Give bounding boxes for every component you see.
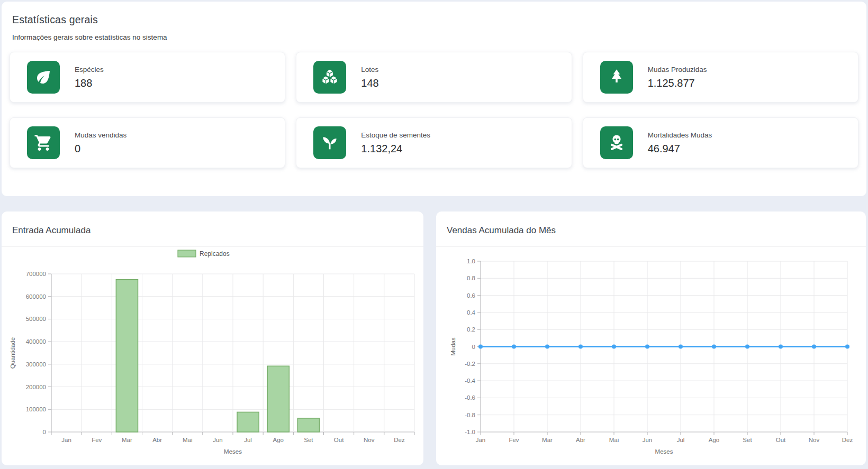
page-subtitle: Informações gerais sobre estatísticas no… bbox=[12, 33, 856, 41]
svg-text:100000: 100000 bbox=[26, 406, 46, 412]
svg-text:Mar: Mar bbox=[542, 437, 553, 443]
svg-text:Mai: Mai bbox=[183, 437, 193, 443]
panel-title: Entrada Acumulada bbox=[12, 225, 91, 236]
entrada-acumulada-chart[interactable]: 0100000200000300000400000500000600000700… bbox=[2, 247, 423, 465]
svg-text:Nov: Nov bbox=[809, 437, 820, 443]
svg-text:Dez: Dez bbox=[394, 437, 405, 443]
svg-text:-0.6: -0.6 bbox=[465, 394, 475, 401]
svg-text:0.4: 0.4 bbox=[467, 309, 476, 316]
svg-text:Jun: Jun bbox=[643, 437, 653, 443]
stat-value: 1.125.877 bbox=[648, 77, 707, 89]
stat-label: Espécies bbox=[75, 66, 104, 73]
svg-text:Dez: Dez bbox=[842, 437, 853, 443]
vendas-acumulada-chart[interactable]: -1.0-0.8-0.6-0.4-0.200.20.40.60.81.0JanF… bbox=[436, 247, 866, 465]
stat-label: Mortalidades Mudas bbox=[648, 131, 712, 139]
svg-text:Set: Set bbox=[743, 437, 752, 443]
svg-text:1.0: 1.0 bbox=[467, 258, 475, 264]
svg-text:Ago: Ago bbox=[273, 437, 284, 443]
skull-crossbones-icon bbox=[600, 126, 633, 159]
svg-text:Repicados: Repicados bbox=[200, 250, 230, 258]
svg-text:Jul: Jul bbox=[677, 437, 685, 443]
stat-value: 0 bbox=[75, 143, 126, 155]
svg-text:0.2: 0.2 bbox=[467, 326, 475, 333]
svg-text:-0.8: -0.8 bbox=[465, 412, 475, 418]
tree-icon bbox=[600, 61, 633, 94]
vendas-acumulada-panel: Vendas Acumulada do Mês -1.0-0.8-0.6-0.4… bbox=[436, 211, 866, 465]
svg-text:600000: 600000 bbox=[26, 293, 46, 300]
svg-text:Out: Out bbox=[334, 437, 344, 443]
svg-text:Meses: Meses bbox=[224, 448, 242, 455]
svg-text:Fev: Fev bbox=[509, 437, 519, 443]
stat-label: Mudas Produzidas bbox=[648, 66, 707, 73]
svg-text:Abr: Abr bbox=[576, 437, 585, 443]
entrada-acumulada-panel: Entrada Acumulada 0100000200000300000400… bbox=[2, 211, 423, 465]
stat-card-mudas-vendidas: Mudas vendidas 0 bbox=[10, 117, 285, 168]
svg-text:200000: 200000 bbox=[26, 384, 46, 390]
svg-text:Mar: Mar bbox=[122, 437, 132, 443]
svg-text:Jun: Jun bbox=[213, 437, 223, 443]
svg-text:-0.2: -0.2 bbox=[465, 361, 475, 367]
svg-text:Meses: Meses bbox=[655, 448, 673, 455]
svg-text:500000: 500000 bbox=[26, 316, 46, 322]
page-title: Estatísticas gerais bbox=[12, 14, 856, 26]
svg-text:Ago: Ago bbox=[709, 437, 719, 443]
svg-text:0: 0 bbox=[472, 344, 475, 350]
svg-text:Set: Set bbox=[304, 437, 313, 443]
svg-text:-0.4: -0.4 bbox=[465, 378, 475, 384]
svg-text:0.6: 0.6 bbox=[467, 292, 475, 299]
stat-value: 1.132,24 bbox=[361, 143, 430, 155]
stat-value: 148 bbox=[361, 77, 378, 89]
stat-value: 188 bbox=[75, 77, 104, 89]
svg-text:300000: 300000 bbox=[26, 361, 46, 367]
svg-text:Out: Out bbox=[776, 437, 786, 443]
stat-card-lotes: Lotes 148 bbox=[296, 52, 572, 103]
stat-label: Lotes bbox=[361, 66, 378, 73]
cubes-icon bbox=[313, 61, 346, 94]
stat-card-mortalidades: Mortalidades Mudas 46.947 bbox=[583, 117, 858, 168]
panel-header: Vendas Acumulada do Mês bbox=[436, 211, 866, 247]
panel-title: Vendas Acumulada do Mês bbox=[447, 225, 556, 236]
stat-card-mudas-produzidas: Mudas Produzidas 1.125.877 bbox=[583, 52, 858, 103]
svg-text:Jan: Jan bbox=[476, 437, 486, 443]
stat-card-especies: Espécies 188 bbox=[10, 52, 285, 103]
svg-text:Quantidade: Quantidade bbox=[10, 337, 16, 369]
stats-section: Estatísticas gerais Informações gerais s… bbox=[2, 2, 866, 196]
svg-text:0.8: 0.8 bbox=[467, 275, 475, 281]
svg-text:0: 0 bbox=[43, 429, 46, 435]
svg-text:Jul: Jul bbox=[244, 437, 252, 443]
stat-label: Mudas vendidas bbox=[75, 131, 126, 139]
stat-label: Estoque de sementes bbox=[361, 131, 430, 139]
stats-cards: Espécies 188 Lotes 148 Mudas P bbox=[10, 52, 858, 168]
svg-text:Mudas: Mudas bbox=[450, 337, 456, 356]
svg-text:Mai: Mai bbox=[609, 437, 619, 443]
cart-icon bbox=[27, 126, 60, 159]
panel-header: Entrada Acumulada bbox=[2, 211, 423, 247]
svg-text:Jan: Jan bbox=[61, 437, 71, 443]
stat-value: 46.947 bbox=[648, 143, 712, 155]
leaf-icon bbox=[27, 61, 60, 94]
svg-text:400000: 400000 bbox=[26, 338, 46, 345]
svg-text:Abr: Abr bbox=[152, 437, 162, 443]
svg-text:Nov: Nov bbox=[364, 437, 375, 443]
svg-text:Fev: Fev bbox=[92, 437, 102, 443]
svg-text:-1.0: -1.0 bbox=[465, 429, 475, 435]
stat-card-estoque-sementes: Estoque de sementes 1.132,24 bbox=[296, 117, 572, 168]
seedling-icon bbox=[313, 126, 346, 159]
svg-text:700000: 700000 bbox=[26, 271, 46, 277]
